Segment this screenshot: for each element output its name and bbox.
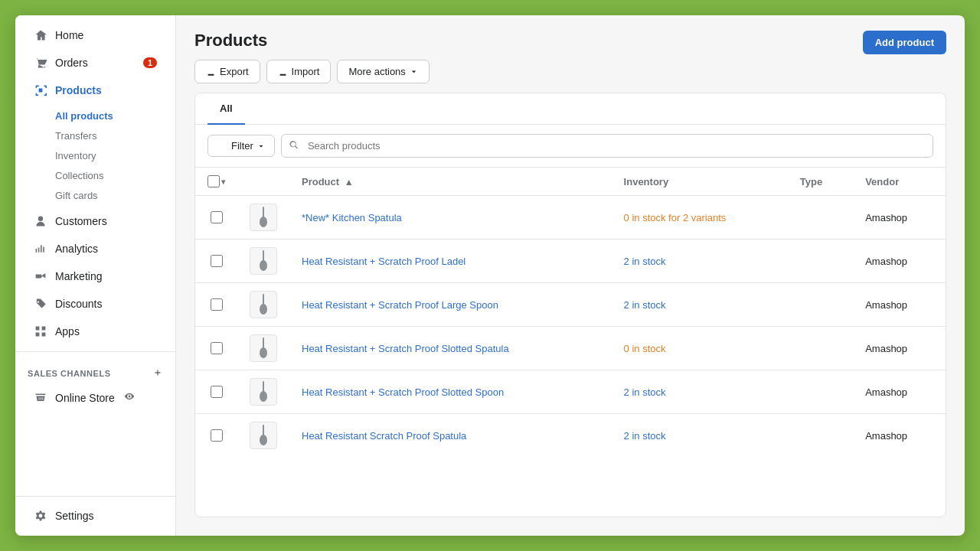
row-product-cell: Heat Resistant Scratch Proof Spatula: [289, 414, 612, 458]
product-name-link[interactable]: Heat Resistant Scratch Proof Spatula: [302, 430, 466, 442]
online-store-icon: [34, 391, 47, 405]
row-checkbox-cell: [195, 240, 237, 283]
row-checkbox[interactable]: [211, 211, 223, 223]
sidebar-bottom: Settings: [15, 490, 175, 530]
import-button[interactable]: Import: [266, 60, 332, 83]
sidebar-sub-transfers[interactable]: Transfers: [49, 126, 175, 145]
row-inventory-cell: 2 in stock: [612, 414, 788, 458]
sidebar-analytics-label: Analytics: [55, 243, 98, 255]
sidebar-sub-gift-cards[interactable]: Gift cards: [49, 186, 175, 205]
svg-rect-2: [262, 217, 265, 223]
row-thumb-cell: [237, 196, 289, 240]
row-product-cell: Heat Resistant + Scratch Proof Slotted S…: [289, 370, 612, 414]
sidebar-sub-inventory[interactable]: Inventory: [49, 146, 175, 165]
product-name-link[interactable]: Heat Resistant + Scratch Proof Ladel: [302, 256, 466, 267]
row-vendor-cell: Amashop: [853, 370, 946, 414]
sidebar-item-online-store[interactable]: Online Store: [21, 383, 169, 412]
row-checkbox[interactable]: [211, 298, 223, 311]
sort-icon: ▲: [345, 177, 354, 187]
row-type-cell: [788, 196, 853, 240]
online-store-eye-button[interactable]: [122, 390, 136, 406]
select-all-checkbox[interactable]: [207, 175, 220, 187]
product-name-link[interactable]: *New* Kitchen Spatula: [302, 212, 402, 223]
orders-badge: 1: [143, 57, 157, 68]
page-header: Products Add product: [176, 15, 965, 60]
vendor-value: Amashop: [865, 256, 907, 267]
sidebar-orders-label: Orders: [55, 57, 88, 69]
row-thumb-cell: [237, 327, 289, 370]
svg-rect-8: [262, 305, 265, 311]
row-inventory-cell: 0 in stock: [612, 327, 788, 370]
row-product-cell: Heat Resistant + Scratch Proof Ladel: [289, 240, 612, 283]
filter-button[interactable]: Filter: [207, 135, 275, 157]
row-vendor-cell: Amashop: [853, 283, 946, 327]
table-row: Heat Resistant + Scratch Proof Large Spo…: [195, 283, 946, 327]
sidebar-bottom-divider: [15, 496, 175, 497]
add-sales-channel-icon[interactable]: [152, 367, 163, 380]
sidebar: Home Orders 1 Products All products Tran…: [15, 15, 176, 536]
table-row: Heat Resistant Scratch Proof Spatula 2 i…: [195, 414, 946, 458]
sidebar-sub-collections[interactable]: Collections: [49, 166, 175, 185]
inventory-value: 2 in stock: [624, 299, 666, 311]
sales-channels-label: SALES CHANNELS: [28, 369, 111, 378]
sidebar-item-orders[interactable]: Orders 1: [21, 50, 169, 76]
product-name-link[interactable]: Heat Resistant + Scratch Proof Slotted S…: [302, 386, 504, 398]
row-type-cell: [788, 414, 853, 458]
table-row: Heat Resistant + Scratch Proof Slotted S…: [195, 327, 946, 370]
sidebar-sub-all-products[interactable]: All products: [49, 106, 175, 126]
col-checkbox: ▾: [195, 168, 237, 196]
sidebar-item-marketing[interactable]: Marketing: [21, 263, 169, 289]
more-actions-button[interactable]: More actions: [337, 60, 429, 83]
product-thumbnail: [250, 247, 277, 275]
row-vendor-cell: Amashop: [853, 196, 946, 240]
row-inventory-cell: 2 in stock: [612, 370, 788, 414]
import-label: Import: [292, 66, 320, 77]
marketing-icon: [34, 269, 47, 283]
row-thumb-cell: [237, 240, 289, 283]
row-checkbox[interactable]: [211, 429, 223, 442]
row-type-cell: [788, 283, 853, 327]
main-content: Products Add product Export Import More …: [176, 15, 965, 536]
product-thumbnail: [250, 204, 277, 231]
filter-icon: [217, 141, 227, 151]
products-table: ▾ Product ▲ Inventory Type Vendor: [195, 168, 946, 517]
sidebar-item-apps[interactable]: Apps: [21, 318, 169, 344]
row-checkbox[interactable]: [211, 386, 223, 398]
inventory-value: 0 in stock: [624, 343, 666, 354]
tab-all[interactable]: All: [207, 93, 245, 125]
row-product-cell: Heat Resistant + Scratch Proof Slotted S…: [289, 327, 612, 370]
col-type: Type: [788, 168, 853, 196]
filter-bar: Filter: [195, 125, 946, 168]
sidebar-item-settings[interactable]: Settings: [21, 503, 169, 529]
row-checkbox-cell: [195, 414, 237, 458]
sidebar-item-products[interactable]: Products: [21, 77, 169, 103]
search-input[interactable]: [281, 134, 933, 158]
row-checkbox-cell: [195, 196, 237, 240]
row-checkbox[interactable]: [211, 342, 223, 354]
row-checkbox-cell: [195, 370, 237, 414]
sidebar-item-analytics[interactable]: Analytics: [21, 236, 169, 262]
product-col-label: Product: [302, 176, 339, 187]
sidebar-item-home[interactable]: Home: [21, 22, 169, 48]
select-dropdown-icon[interactable]: ▾: [221, 178, 225, 186]
export-button[interactable]: Export: [194, 60, 260, 83]
apps-icon: [34, 324, 47, 338]
sidebar-item-discounts[interactable]: Discounts: [21, 291, 169, 317]
product-name-link[interactable]: Heat Resistant + Scratch Proof Slotted S…: [302, 343, 509, 354]
export-icon: [206, 67, 216, 77]
sales-channels-section: SALES CHANNELS: [15, 358, 175, 383]
vendor-value: Amashop: [865, 212, 907, 223]
row-checkbox[interactable]: [211, 255, 223, 267]
col-product[interactable]: Product ▲: [289, 168, 612, 196]
sidebar-discounts-label: Discounts: [55, 298, 102, 310]
sidebar-item-customers[interactable]: Customers: [21, 208, 169, 234]
add-product-button[interactable]: Add product: [863, 31, 946, 54]
sidebar-marketing-label: Marketing: [55, 270, 102, 282]
products-card: All Filter: [194, 93, 946, 517]
svg-rect-14: [262, 392, 265, 398]
settings-icon: [34, 509, 47, 523]
row-thumb-cell: [237, 370, 289, 414]
row-type-cell: [788, 327, 853, 370]
product-name-link[interactable]: Heat Resistant + Scratch Proof Large Spo…: [302, 299, 498, 311]
table-row: Heat Resistant + Scratch Proof Ladel 2 i…: [195, 240, 946, 283]
